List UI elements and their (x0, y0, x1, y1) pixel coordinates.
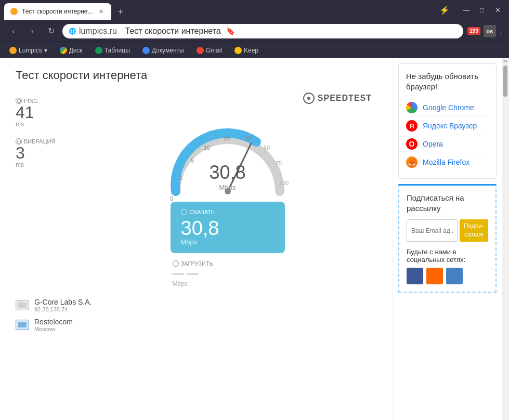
speedtest-logo: SPEEDTEST (303, 93, 372, 104)
scroll-up-arrow[interactable] (503, 60, 507, 62)
server-name-gcore: G-Core Labs S.A. (34, 298, 92, 306)
content-area: Тест скорости интернета SPEEDTEST (0, 58, 509, 420)
gauge-number: 30,8 (209, 162, 245, 183)
bookmark-lumpics[interactable]: Lumpics ▾ (6, 45, 50, 56)
bookmark-keep[interactable]: Keep (231, 45, 262, 56)
server-monitor-icon (16, 300, 29, 310)
upload-label: ЗАГРУЗИТЬ (173, 260, 283, 267)
speedtest-section: SPEEDTEST ⊙ PING 41 (16, 93, 377, 287)
gmail-favicon (197, 47, 204, 54)
bookmarks-bar: Lumpics ▾ Диск Таблицы Документы Gmail K… (0, 42, 509, 58)
os-badge: os (484, 25, 496, 37)
browser-item-yandex[interactable]: Я Яндекс Браузер (406, 117, 489, 135)
notification-badge: 199 (467, 27, 480, 35)
firefox-logo: 🦊 (406, 156, 417, 168)
vk-icon[interactable] (446, 268, 463, 284)
odnoklassniki-icon[interactable] (426, 268, 443, 284)
page-title: Тест скорости интернета (16, 69, 377, 82)
social-title: Будьте с нами в социальных сетях: (407, 248, 488, 264)
download-panel: СКАЧАТЬ 30,8 Mbps (171, 202, 285, 253)
email-widget-title: Подписаться на рассылку (407, 193, 488, 213)
server-info-gcore: G-Core Labs S.A. 92.38.138.74 (34, 298, 92, 312)
minimize-button[interactable]: — (459, 4, 474, 16)
firefox-name: Mozilla Firefox (423, 158, 469, 166)
sheets-label: Таблицы (105, 47, 130, 54)
gauge-svg: 0 1 5 10 20 30 50 75 100 (155, 103, 301, 207)
ping-unit: ms (16, 121, 78, 128)
measure-area: ⊙ PING 41 ms ⊙ ВИБРАЦИЯ (16, 87, 377, 287)
bolt-icon: ⚡ (439, 5, 450, 15)
svg-text:75: 75 (275, 160, 281, 166)
docs-label: Документы (152, 47, 184, 54)
server-telecom-icon (16, 320, 29, 330)
browser-item-chrome[interactable]: Google Chrome (406, 99, 489, 117)
upload-icon (173, 260, 179, 267)
url-path: Тест скорости интернета (125, 27, 221, 36)
facebook-icon[interactable] (407, 268, 423, 284)
download-icon[interactable]: ↓ (499, 27, 503, 35)
email-input[interactable] (407, 219, 458, 242)
subscribe-button[interactable]: Подпи-саться (460, 219, 488, 242)
back-button[interactable]: ‹ (6, 24, 21, 38)
gauge-unit: Mbps (209, 183, 245, 191)
download-label: СКАЧАТЬ (181, 209, 275, 215)
email-input-row: Подпи-саться (407, 219, 488, 242)
svg-text:1: 1 (179, 175, 182, 181)
svg-text:50: 50 (263, 145, 269, 151)
refresh-button[interactable]: ↻ (44, 24, 58, 38)
center-gauge: 0 1 5 10 20 30 50 75 100 (78, 87, 377, 287)
browser-frame: Тест скорости интерне... ✕ + ⚡ — □ ✕ ‹ ›… (0, 0, 509, 420)
tab-area: Тест скорости интерне... ✕ + (4, 0, 436, 20)
server-name-rostelecom: Rostelecom (34, 318, 73, 326)
bookmark-disk[interactable]: Диск (57, 45, 86, 56)
download-value: 30,8 (181, 218, 275, 238)
update-title: Не забудь обновить браузер! (406, 71, 489, 91)
server-ip: 92.38.138.74 (34, 306, 92, 312)
close-button[interactable]: ✕ (490, 4, 505, 16)
disk-label: Диск (69, 47, 83, 54)
lumpics-favicon (9, 47, 17, 54)
sheets-favicon (95, 47, 102, 54)
bookmark-sheets[interactable]: Таблицы (92, 45, 133, 56)
forward-button[interactable]: › (25, 24, 40, 38)
scrollbar[interactable] (502, 58, 509, 420)
page-inner: Тест скорости интернета SPEEDTEST (0, 58, 509, 420)
jitter-value: 3 (16, 145, 78, 161)
server-info-rostelecom: Rostelecom Moscow (34, 318, 73, 332)
main-area: Тест скорости интернета SPEEDTEST (0, 58, 393, 420)
scrollbar-thumb[interactable] (503, 65, 507, 97)
ping-stat: ⊙ PING 41 ms (16, 98, 78, 128)
bookmark-icon[interactable]: 🔖 (226, 27, 235, 35)
update-widget: Не забудь обновить браузер! Google Chrom… (398, 63, 497, 179)
maximize-button[interactable]: □ (475, 4, 489, 16)
opera-logo: O (406, 138, 417, 150)
title-bar: Тест скорости интерне... ✕ + ⚡ — □ ✕ (0, 0, 509, 20)
opera-name: Opera (423, 140, 443, 148)
page-content: Тест скорости интернета SPEEDTEST (0, 58, 509, 420)
ping-value: 41 (16, 104, 78, 121)
upload-unit: Mbps (173, 280, 283, 287)
new-tab-button[interactable]: + (113, 5, 127, 20)
url-site: lumpics.ru (79, 27, 117, 36)
browser-item-firefox[interactable]: 🦊 Mozilla Firefox (406, 153, 489, 171)
tab-close-button[interactable]: ✕ (97, 7, 105, 16)
bookmark-gmail[interactable]: Gmail (193, 45, 225, 56)
address-bar: ‹ › ↻ 🌐 lumpics.ru Тест скорости интерне… (0, 20, 509, 42)
docs-favicon (142, 47, 150, 54)
chrome-logo (406, 102, 417, 113)
svg-text:10: 10 (203, 145, 210, 151)
active-tab[interactable]: Тест скорости интерне... ✕ (4, 3, 111, 20)
lumpics-label: Lumpics (19, 47, 42, 54)
server-item-gcore: G-Core Labs S.A. 92.38.138.74 (16, 298, 377, 312)
jitter-unit: ms (16, 161, 78, 168)
server-location: Moscow (34, 326, 73, 332)
browser-item-opera[interactable]: O Opera (406, 135, 489, 153)
svg-text:0: 0 (169, 195, 173, 202)
bookmark-docs[interactable]: Документы (139, 45, 187, 56)
url-bar[interactable]: 🌐 lumpics.ru Тест скорости интернета 🔖 (62, 24, 463, 38)
window-controls: — □ ✕ (459, 4, 505, 16)
svg-text:100: 100 (279, 180, 288, 186)
yandex-logo: Я (406, 120, 417, 132)
right-sidebar: Не забудь обновить браузер! Google Chrom… (393, 58, 502, 420)
gmail-label: Gmail (206, 47, 222, 54)
